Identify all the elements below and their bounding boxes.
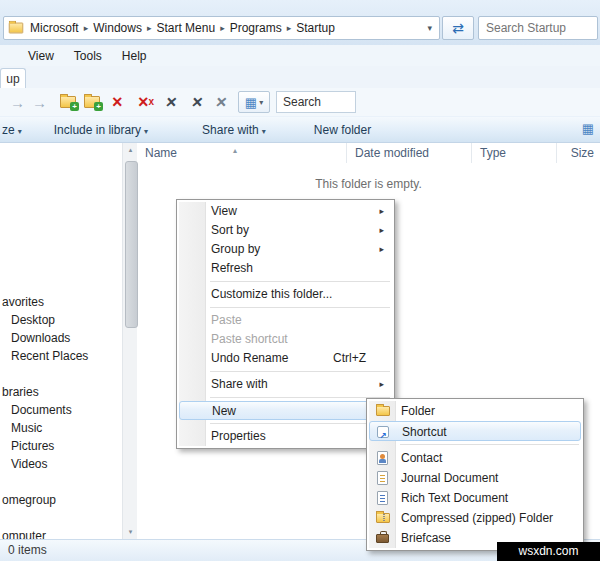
submenu-item-rich-text-document[interactable]: Rich Text Document	[369, 488, 581, 508]
submenu-item-contact[interactable]: Contact	[369, 448, 581, 468]
sidebar-item-desktop[interactable]: Desktop	[0, 311, 122, 329]
column-header-size[interactable]: Size	[557, 143, 600, 163]
sidebar-item-videos[interactable]: Videos	[0, 455, 122, 473]
submenu-item-label: Shortcut	[402, 425, 447, 439]
submenu-item-folder[interactable]: Folder	[369, 401, 581, 421]
broken-image-icon: ×x	[138, 88, 154, 116]
sidebar-item-pictures[interactable]: Pictures	[0, 437, 122, 455]
column-header-name[interactable]: Name ▴	[137, 143, 347, 163]
rich-text-document-icon	[377, 491, 388, 505]
explorer-window: Microsoft ▸ Windows ▸ Start Menu ▸ Progr…	[0, 0, 600, 561]
context-menu-item-refresh[interactable]: Refresh	[179, 259, 392, 278]
menu-separator	[210, 371, 390, 372]
watermark: wsxdn.com	[497, 542, 600, 561]
share-label: Share with	[202, 123, 259, 137]
contact-icon	[377, 451, 388, 465]
submenu-item-shortcut[interactable]: Shortcut	[369, 421, 581, 441]
cut-x-icon: ×	[190, 88, 204, 116]
menu-help[interactable]: Help	[112, 47, 157, 65]
broken-x-glyph: ×	[138, 93, 149, 111]
scrollbar-down-icon[interactable]: ▾	[124, 525, 137, 539]
change-view-grid-icon: ▦	[582, 122, 594, 135]
context-menu-item-sort-by[interactable]: Sort by ▸	[179, 221, 392, 240]
breadcrumb-item[interactable]: Programs	[226, 21, 286, 35]
submenu-arrow-icon: ▸	[379, 221, 384, 240]
folder-icon	[376, 406, 390, 416]
scrollbar-up-icon[interactable]: ▴	[124, 143, 137, 157]
toolbar-arrow-icon[interactable]: →	[10, 88, 25, 116]
column-header-date-modified[interactable]: Date modified	[347, 143, 472, 163]
submenu-item-journal-document[interactable]: Journal Document	[369, 468, 581, 488]
folder-plus-icon	[84, 96, 100, 108]
new-folder-copy-icon[interactable]	[60, 88, 76, 116]
include-label: Include in library	[54, 123, 141, 137]
empty-folder-text: This folder is empty.	[137, 177, 600, 191]
context-menu-item-new[interactable]: New ▸	[179, 401, 392, 420]
context-menu-item-paste-shortcut: Paste shortcut	[179, 330, 392, 349]
cut-x-icon: ×	[214, 88, 228, 116]
views-grid-icon: ▦	[245, 96, 257, 109]
keyboard-shortcut: Ctrl+Z	[333, 349, 366, 368]
refresh-icon: ⇄	[452, 20, 464, 36]
page-tab[interactable]: up	[0, 68, 26, 89]
broken-x-sub-glyph: x	[149, 97, 155, 107]
column-label: Name	[145, 146, 177, 160]
navigation-pane: avorites Desktop Downloads Recent Places…	[0, 143, 122, 539]
sidebar-item-favorites[interactable]: avorites	[0, 293, 122, 311]
menu-separator	[210, 281, 390, 282]
breadcrumb-item[interactable]: Microsoft	[26, 21, 83, 35]
context-menu-item-group-by[interactable]: Group by ▸	[179, 240, 392, 259]
context-menu-item-view[interactable]: View ▸	[179, 202, 392, 221]
submenu-item-label: Rich Text Document	[401, 491, 508, 505]
command-bar: ze▾ Include in library▾ Share with▾ New …	[0, 116, 600, 143]
address-folder-icon	[9, 23, 23, 34]
context-menu-item-customize[interactable]: Customize this folder...	[179, 285, 392, 304]
submenu-arrow-icon: ▸	[379, 375, 384, 394]
refresh-button[interactable]: ⇄	[442, 16, 474, 40]
submenu-item-label: Journal Document	[401, 471, 498, 485]
sidebar-item-homegroup[interactable]: omegroup	[0, 491, 122, 509]
sidebar-item-documents[interactable]: Documents	[0, 401, 122, 419]
organize-label: ze	[2, 123, 15, 137]
submenu-item-compressed-folder[interactable]: Compressed (zipped) Folder	[369, 508, 581, 528]
dropdown-icon: ▾	[141, 127, 148, 136]
include-in-library-button[interactable]: Include in library▾	[48, 123, 154, 137]
menu-view[interactable]: View	[18, 47, 64, 65]
address-bar[interactable]: Microsoft ▸ Windows ▸ Start Menu ▸ Progr…	[3, 16, 440, 40]
breadcrumb-item[interactable]: Windows	[89, 21, 146, 35]
shortcut-icon	[377, 426, 389, 438]
toolbar-search-box[interactable]: Search	[276, 91, 356, 113]
sidebar-item-music[interactable]: Music	[0, 419, 122, 437]
menu-bar: View Tools Help	[0, 45, 600, 66]
context-menu-item-label: Undo Rename	[211, 351, 288, 365]
submenu-item-label: Contact	[401, 451, 442, 465]
views-button[interactable]: ▦ ▾	[238, 91, 270, 113]
sidebar-scrollbar[interactable]: ▴ ▾	[122, 143, 137, 539]
menu-tools[interactable]: Tools	[64, 47, 112, 65]
address-dropdown-icon[interactable]: ▾	[420, 23, 439, 33]
sidebar-item-libraries[interactable]: braries	[0, 383, 122, 401]
context-menu: View ▸ Sort by ▸ Group by ▸ Refresh Cust…	[176, 199, 395, 449]
briefcase-icon	[376, 534, 389, 543]
cut-x-icon: ×	[164, 88, 178, 116]
breadcrumb-item[interactable]: Start Menu	[152, 21, 219, 35]
scrollbar-thumb[interactable]	[125, 161, 138, 328]
sidebar-item-downloads[interactable]: Downloads	[0, 329, 122, 347]
menu-separator	[210, 397, 390, 398]
broken-image-icon: ×	[112, 88, 123, 116]
breadcrumb-item[interactable]: Startup	[292, 21, 339, 35]
new-submenu: Folder Shortcut Contact Journal Document…	[366, 398, 584, 551]
search-input[interactable]	[478, 16, 598, 40]
new-folder-button[interactable]: New folder	[308, 123, 377, 137]
organize-button[interactable]: ze▾	[0, 123, 28, 137]
column-header-type[interactable]: Type	[472, 143, 557, 163]
context-menu-item-undo-rename[interactable]: Undo Rename Ctrl+Z	[179, 349, 392, 368]
change-view-button[interactable]: ▦	[582, 122, 594, 135]
sidebar-item-recent-places[interactable]: Recent Places	[0, 347, 122, 365]
submenu-item-label: Compressed (zipped) Folder	[401, 511, 553, 525]
context-menu-item-share-with[interactable]: Share with ▸	[179, 375, 392, 394]
share-with-button[interactable]: Share with▾	[196, 123, 272, 137]
context-menu-item-properties[interactable]: Properties	[179, 427, 392, 446]
toolbar-arrow-icon[interactable]: →	[32, 88, 47, 116]
new-folder-copy-icon[interactable]	[84, 88, 100, 116]
